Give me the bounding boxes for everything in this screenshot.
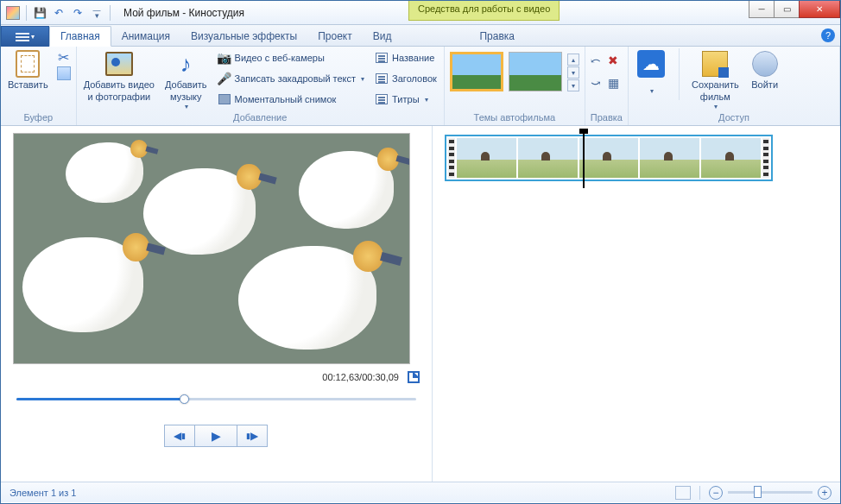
- seek-slider[interactable]: [16, 395, 416, 402]
- caption-label: Заголовок: [392, 73, 437, 84]
- gallery-more-button[interactable]: ▾: [567, 79, 579, 91]
- save-movie-icon: [702, 51, 728, 77]
- timeline-playhead[interactable]: [583, 131, 585, 188]
- view-mode-button[interactable]: [675, 486, 691, 500]
- status-text: Элемент 1 из 1: [9, 488, 76, 498]
- delete-button[interactable]: ✖: [608, 54, 618, 67]
- paste-label: Вставить: [8, 79, 48, 90]
- microphone-icon: 🎤: [218, 72, 231, 85]
- gallery-down-button[interactable]: ▾: [567, 66, 579, 79]
- credits-button[interactable]: Титры▾: [373, 90, 439, 109]
- timeline-clip[interactable]: [445, 135, 773, 181]
- caption-icon: [375, 72, 389, 85]
- snapshot-button[interactable]: Моментальный снимок: [216, 90, 367, 109]
- record-narration-button[interactable]: 🎤Записать закадровый текст▾: [216, 69, 367, 88]
- contextual-tab-label: Средства для работы с видео: [408, 1, 560, 21]
- group-access: ☁ ▾ Сохранить фильм▾ Войти Доступ: [629, 47, 840, 125]
- select-all-button[interactable]: ▦: [608, 76, 619, 90]
- narration-label: Записать закадровый текст: [235, 73, 357, 84]
- app-icon: [4, 4, 22, 22]
- save-label-2: фильм: [700, 91, 730, 102]
- tab-home[interactable]: Главная: [49, 26, 111, 47]
- webcam-icon: 📷: [218, 51, 231, 65]
- share-cloud-button[interactable]: ☁ ▾: [634, 48, 668, 98]
- video-preview[interactable]: [13, 133, 410, 364]
- window-title: Мой фильм - Киностудия: [123, 7, 244, 19]
- preview-pane: 00:12,63/00:30,09 ◀▮ ▶ ▮▶: [1, 126, 433, 482]
- redo-qat-button[interactable]: ↷: [69, 4, 86, 22]
- save-movie-button[interactable]: Сохранить фильм▾: [690, 48, 741, 114]
- tab-view[interactable]: Вид: [363, 27, 402, 46]
- group-themes: ▴ ▾ ▾ Темы автофильма: [445, 47, 585, 125]
- add-media-label-2: и фотографии: [87, 91, 150, 102]
- play-button[interactable]: ▶: [194, 425, 237, 447]
- group-access-label: Доступ: [634, 111, 834, 125]
- credits-label: Титры: [392, 94, 419, 104]
- cloud-icon: ☁: [637, 50, 665, 78]
- title-icon: [375, 51, 389, 65]
- credits-icon: [375, 92, 389, 106]
- help-icon[interactable]: ?: [821, 28, 835, 42]
- undo-qat-button[interactable]: ↶: [50, 4, 67, 22]
- gallery-up-button[interactable]: ▴: [567, 54, 579, 66]
- webcam-video-button[interactable]: 📷Видео с веб-камеры: [216, 48, 367, 67]
- photo-icon: [105, 52, 133, 76]
- copy-button[interactable]: [57, 66, 71, 80]
- add-music-button[interactable]: ♪ Добавить музыку▾: [163, 48, 209, 114]
- file-tab[interactable]: ▾: [1, 26, 49, 47]
- group-add-label: Добавление: [82, 111, 439, 125]
- group-buffer: Вставить ✂ Буфер: [1, 47, 77, 125]
- title-button[interactable]: Название: [373, 48, 439, 67]
- minimize-button[interactable]: ─: [749, 1, 775, 18]
- time-display: 00:12,63/00:30,09: [322, 372, 399, 382]
- music-note-icon: ♪: [172, 50, 199, 78]
- status-bar: Элемент 1 из 1 − +: [1, 482, 840, 502]
- title-label: Название: [392, 53, 434, 63]
- theme-thumb-1[interactable]: [450, 52, 503, 91]
- timeline-pane[interactable]: [433, 126, 840, 482]
- zoom-slider[interactable]: [728, 491, 813, 494]
- save-label-1: Сохранить: [692, 79, 739, 90]
- add-music-label-1: Добавить: [165, 79, 207, 90]
- rotate-left-button[interactable]: ⤺: [591, 54, 601, 67]
- add-music-label-2: музыку: [170, 91, 202, 102]
- main-area: 00:12,63/00:30,09 ◀▮ ▶ ▮▶: [1, 126, 840, 482]
- fullscreen-button[interactable]: [408, 371, 420, 383]
- title-bar: 💾 ↶ ↷ ―▾ Мой фильм - Киностудия Средства…: [1, 1, 840, 25]
- snapshot-label: Моментальный снимок: [235, 94, 337, 104]
- qat-dropdown[interactable]: ―▾: [88, 4, 105, 22]
- group-edit-label: Правка: [591, 111, 623, 125]
- zoom-out-button[interactable]: −: [709, 486, 723, 500]
- add-media-label-1: Добавить видео: [84, 79, 155, 90]
- zoom-in-button[interactable]: +: [818, 486, 832, 500]
- group-themes-label: Темы автофильма: [450, 111, 579, 125]
- maximize-button[interactable]: ▭: [774, 1, 800, 18]
- group-add: Добавить видео и фотографии ♪ Добавить м…: [77, 47, 445, 125]
- tab-edit[interactable]: Правка: [469, 27, 525, 46]
- webcam-label: Видео с веб-камеры: [235, 53, 325, 63]
- caption-button[interactable]: Заголовок: [373, 69, 439, 88]
- tab-project[interactable]: Проект: [307, 27, 363, 46]
- clipboard-icon: [16, 50, 40, 78]
- ribbon: Вставить ✂ Буфер Добавить видео и фотогр…: [1, 47, 840, 126]
- prev-frame-button[interactable]: ◀▮: [164, 425, 195, 447]
- paste-button[interactable]: Вставить: [6, 48, 50, 91]
- group-edit: ⤺ ✖ ⤻ ▦ Правка: [585, 47, 629, 125]
- save-qat-button[interactable]: 💾: [31, 4, 48, 22]
- ribbon-tabs: ▾ Главная Анимация Визуальные эффекты Пр…: [1, 25, 840, 47]
- add-media-button[interactable]: Добавить видео и фотографии: [82, 48, 156, 104]
- theme-thumb-2[interactable]: [509, 52, 562, 91]
- user-icon: [752, 51, 778, 77]
- sign-in-label: Войти: [751, 79, 778, 90]
- group-buffer-label: Буфер: [6, 111, 71, 125]
- tab-visual-effects[interactable]: Визуальные эффекты: [180, 27, 307, 46]
- tab-animation[interactable]: Анимация: [111, 27, 180, 46]
- next-frame-button[interactable]: ▮▶: [237, 425, 268, 447]
- close-button[interactable]: ✕: [799, 1, 840, 18]
- sign-in-button[interactable]: Войти: [748, 48, 782, 91]
- snapshot-icon: [218, 92, 231, 106]
- cut-button[interactable]: ✂: [57, 50, 71, 64]
- rotate-right-button[interactable]: ⤻: [591, 76, 601, 90]
